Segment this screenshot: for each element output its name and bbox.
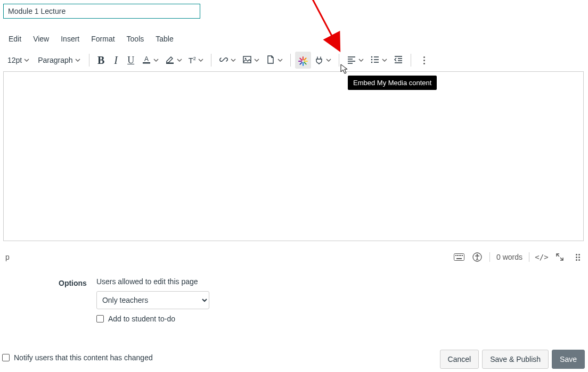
code-icon: </>: [535, 253, 548, 261]
accessibility-checker-button[interactable]: [471, 251, 483, 263]
toolbar-separator: [339, 54, 339, 67]
options-section: Options Users allowed to edit this page …: [59, 277, 209, 323]
save-button[interactable]: Save: [552, 350, 585, 369]
chevron-down-icon: [75, 57, 80, 63]
plug-icon: [314, 55, 324, 66]
chevron-down-icon: [24, 57, 29, 63]
align-button[interactable]: [344, 52, 367, 69]
keyboard-shortcuts-button[interactable]: [453, 251, 465, 263]
italic-icon: I: [114, 54, 118, 67]
image-icon: [242, 55, 252, 66]
toolbar-separator: [89, 54, 89, 67]
chevron-down-icon: [153, 57, 159, 63]
svg-point-4: [245, 57, 247, 59]
svg-rect-2: [166, 62, 174, 64]
resize-handle[interactable]: [572, 251, 584, 263]
word-count[interactable]: 0 words: [496, 253, 522, 261]
align-left-icon: [347, 55, 356, 66]
menu-format[interactable]: Format: [86, 31, 120, 46]
svg-rect-1: [143, 62, 150, 64]
bold-icon: B: [97, 54, 104, 67]
more-vertical-icon: [419, 54, 430, 66]
kaltura-icon: [298, 55, 308, 65]
allowed-editors-select[interactable]: Only teachers: [96, 291, 209, 309]
outdent-icon: [394, 55, 403, 66]
page-title-input[interactable]: [3, 4, 200, 19]
menu-tools[interactable]: Tools: [121, 31, 150, 46]
more-tools-button[interactable]: [415, 52, 434, 69]
cancel-button[interactable]: Cancel: [440, 350, 479, 369]
italic-button[interactable]: I: [109, 52, 124, 69]
menu-edit[interactable]: Edit: [3, 31, 27, 46]
svg-point-10: [371, 59, 373, 60]
svg-point-11: [371, 61, 373, 63]
font-size-dropdown[interactable]: 12pt: [3, 52, 34, 69]
chevron-down-icon: [358, 57, 364, 63]
embed-media-tooltip: Embed My Media content: [348, 76, 437, 90]
editor-toolbar: 12pt Paragraph B I U A: [3, 51, 434, 70]
svg-rect-22: [457, 255, 458, 256]
link-button[interactable]: [216, 52, 239, 69]
chevron-down-icon: [177, 57, 182, 63]
plugin-button[interactable]: [311, 52, 334, 69]
superscript-button[interactable]: T2: [185, 52, 207, 69]
drag-handle-icon: [576, 254, 580, 261]
status-separator: [489, 252, 490, 262]
menu-view[interactable]: View: [28, 31, 54, 46]
svg-point-28: [477, 254, 478, 256]
student-todo-checkbox-row[interactable]: Add to student to-do: [96, 315, 209, 323]
outdent-button[interactable]: [390, 52, 406, 69]
list-button[interactable]: [367, 52, 390, 69]
svg-rect-24: [460, 255, 461, 256]
highlighter-icon: [165, 55, 175, 66]
svg-line-19: [312, 0, 338, 48]
svg-rect-26: [456, 258, 462, 259]
link-icon: [219, 55, 228, 66]
save-publish-button[interactable]: Save & Publish: [482, 350, 549, 369]
text-color-icon: A: [142, 55, 151, 66]
accessibility-icon: [472, 252, 482, 262]
embed-media-button[interactable]: [295, 52, 311, 69]
annotation-arrow: [306, 0, 349, 53]
menu-table[interactable]: Table: [150, 31, 178, 46]
chevron-down-icon: [277, 57, 283, 63]
menu-insert[interactable]: Insert: [55, 31, 85, 46]
bold-button[interactable]: B: [94, 52, 109, 69]
toolbar-separator: [411, 54, 411, 67]
chevron-down-icon: [198, 57, 203, 63]
element-path[interactable]: p: [3, 253, 10, 261]
notify-label: Notify users that this content has chang…: [14, 353, 153, 362]
editor-status-bar: p 0 words </>: [3, 250, 584, 264]
block-format-dropdown[interactable]: Paragraph: [34, 52, 84, 69]
checkbox-icon: [2, 354, 10, 361]
allowed-editors-label: Users allowed to edit this page: [96, 277, 209, 286]
html-editor-button[interactable]: </>: [536, 251, 548, 263]
image-button[interactable]: [239, 52, 263, 69]
editor-content-area[interactable]: [3, 71, 584, 241]
svg-rect-23: [459, 255, 460, 256]
toolbar-separator: [290, 54, 291, 67]
notify-checkbox-row[interactable]: Notify users that this content has chang…: [2, 353, 153, 362]
block-format-value: Paragraph: [38, 56, 72, 64]
highlight-color-button[interactable]: [162, 52, 185, 69]
student-todo-label: Add to student to-do: [108, 315, 175, 323]
text-color-button[interactable]: A: [138, 52, 162, 69]
checkbox-icon: [96, 315, 104, 323]
options-label: Options: [59, 279, 87, 287]
document-button[interactable]: [263, 52, 286, 69]
chevron-down-icon: [382, 57, 387, 63]
footer-button-bar: Cancel Save & Publish Save: [440, 350, 585, 369]
svg-rect-25: [462, 255, 463, 256]
font-size-value: 12pt: [7, 56, 22, 64]
chevron-down-icon: [326, 57, 331, 63]
editor-menubar: Edit View Insert Format Tools Table: [3, 31, 179, 46]
chevron-down-icon: [231, 57, 236, 63]
svg-point-9: [371, 56, 373, 57]
fullscreen-button[interactable]: [554, 251, 566, 263]
status-separator: [529, 252, 529, 262]
document-icon: [266, 55, 275, 66]
keyboard-icon: [454, 253, 464, 261]
svg-rect-20: [454, 254, 464, 261]
underline-button[interactable]: U: [124, 52, 138, 69]
bullet-list-icon: [370, 55, 380, 66]
